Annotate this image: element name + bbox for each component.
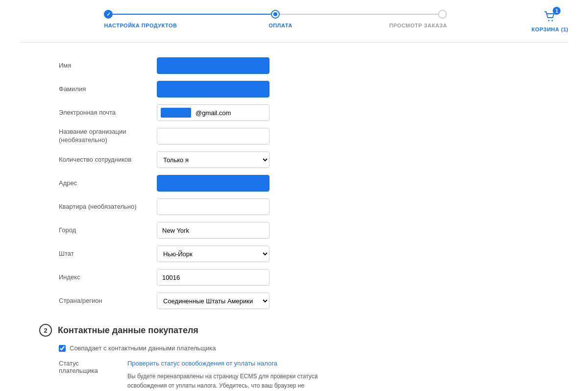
tax-link[interactable]: Проверить статус освобождения от уплаты … xyxy=(127,360,323,367)
step-1-circle xyxy=(104,10,113,19)
same-as-payer-checkbox[interactable] xyxy=(59,345,66,352)
payment-form: Имя Фамилия Электронная почта Название о… xyxy=(59,57,451,309)
cart-badge: 1 xyxy=(553,7,561,15)
employees-label: Количество сотрудников xyxy=(59,156,157,164)
section-2-title: 2 Контактные данные покупателя xyxy=(39,324,568,337)
zip-label: Индекс xyxy=(59,273,157,282)
address-row: Адрес xyxy=(59,175,451,192)
employees-row: Количество сотрудников Только я 2-10 11-… xyxy=(59,151,451,168)
step-line-1 xyxy=(113,14,271,15)
svg-point-0 xyxy=(548,20,550,22)
tax-description: Вы будете перенаправлены на страницу ECM… xyxy=(127,372,323,391)
same-as-payer-label: Совпадает с контактными данными плательщ… xyxy=(70,344,216,352)
tax-content: Проверить статус освобождения от уплаты … xyxy=(127,360,323,391)
employees-select[interactable]: Только я 2-10 11-50 51-200 201-500 500+ xyxy=(157,151,270,168)
city-label: Город xyxy=(59,226,157,235)
zip-row: Индекс 10016 xyxy=(59,269,451,286)
step-label-configure: НАСТРОЙКА ПРОДУКТОВ xyxy=(104,23,192,28)
step-line-2 xyxy=(280,14,438,15)
city-row: Город New York xyxy=(59,222,451,239)
tax-section: Статус плательщика Проверить статус осво… xyxy=(59,360,568,391)
step-label-payment: ОПЛАТА xyxy=(192,23,368,28)
step-label-review: ПРОСМОТР ЗАКАЗА xyxy=(368,23,447,28)
first-name-row: Имя xyxy=(59,57,451,74)
first-name-input[interactable] xyxy=(157,57,270,74)
last-name-row: Фамилия xyxy=(59,81,451,98)
country-select[interactable]: Соединенные Штаты Америки Канада Великоб… xyxy=(157,293,270,309)
progress-section: НАСТРОЙКА ПРОДУКТОВ ОПЛАТА ПРОСМОТР ЗАКА… xyxy=(20,10,532,28)
org-name-row: Название организации (необязательно) xyxy=(59,128,451,145)
progress-bar xyxy=(104,10,447,19)
svg-point-1 xyxy=(552,20,553,22)
top-navigation: НАСТРОЙКА ПРОДУКТОВ ОПЛАТА ПРОСМОТР ЗАКА… xyxy=(20,10,568,43)
same-as-payer-row: Совпадает с контактными данными плательщ… xyxy=(59,344,568,352)
state-label: Штат xyxy=(59,250,157,258)
apartment-row: Квартира (необязательно) xyxy=(59,198,451,215)
section-2-heading: Контактные данные покупателя xyxy=(58,325,198,336)
email-input-container xyxy=(157,104,270,121)
step-3-circle xyxy=(438,10,447,19)
step-2-circle xyxy=(271,10,280,19)
email-input[interactable] xyxy=(157,104,270,121)
section-2: 2 Контактные данные покупателя Совпадает… xyxy=(39,324,568,391)
address-input[interactable] xyxy=(157,175,270,192)
apartment-label: Квартира (необязательно) xyxy=(59,203,157,211)
org-label: Название организации (необязательно) xyxy=(59,128,157,145)
city-input[interactable]: New York xyxy=(157,222,270,239)
state-row: Штат Нью-Йорк Калифорния Техас Флорида xyxy=(59,245,451,262)
country-row: Страна/регион Соединенные Штаты Америки … xyxy=(59,293,451,309)
country-label: Страна/регион xyxy=(59,297,157,305)
tax-status-label: Статус плательщика xyxy=(59,360,118,391)
cart-label: КОРЗИНА (1) xyxy=(532,26,568,32)
cart-button[interactable]: 1 КОРЗИНА (1) xyxy=(532,10,568,32)
zip-input[interactable]: 10016 xyxy=(157,269,270,286)
step-labels: НАСТРОЙКА ПРОДУКТОВ ОПЛАТА ПРОСМОТР ЗАКА… xyxy=(104,23,447,28)
state-select[interactable]: Нью-Йорк Калифорния Техас Флорида xyxy=(157,245,270,262)
first-name-label: Имя xyxy=(59,62,157,70)
last-name-label: Фамилия xyxy=(59,85,157,94)
cart-icon-wrapper: 1 xyxy=(543,10,557,24)
section-2-number: 2 xyxy=(39,324,52,337)
email-label: Электронная почта xyxy=(59,109,157,117)
org-input[interactable] xyxy=(157,128,270,145)
last-name-input[interactable] xyxy=(157,81,270,98)
apartment-input[interactable] xyxy=(157,198,270,215)
email-row: Электронная почта xyxy=(59,104,451,121)
address-label: Адрес xyxy=(59,179,157,188)
